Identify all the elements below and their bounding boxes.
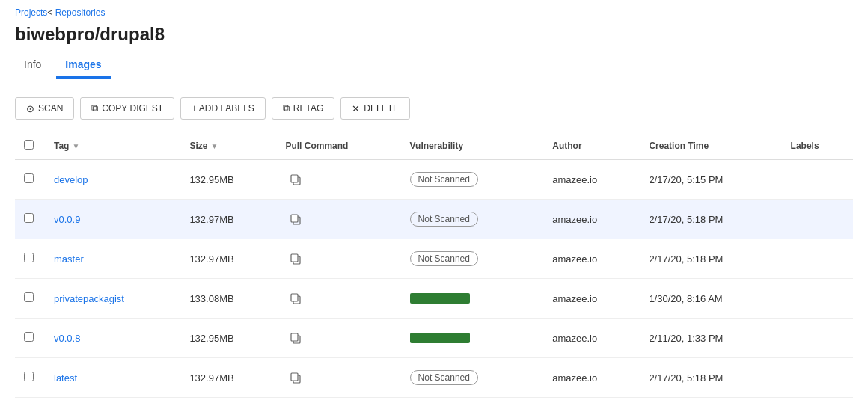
row-author: amazee.io (543, 239, 640, 279)
copy-pull-command-icon[interactable] (285, 288, 306, 309)
row-labels (782, 160, 853, 200)
row-author: amazee.io (543, 319, 640, 358)
vulnerability-bar-container (410, 293, 485, 304)
tag-link[interactable]: master (54, 253, 84, 265)
breadcrumb-repositories[interactable]: Repositories (55, 7, 106, 18)
tag-link[interactable]: v0.0.8 (54, 333, 80, 344)
row-tag: develop (45, 160, 180, 200)
vulnerability-bar (410, 293, 470, 304)
header-pull-command: Pull Command (276, 132, 400, 160)
row-checkbox-cell (15, 239, 45, 279)
table-row: v0.0.9132.97MB Not Scannedamazee.io2/17/… (15, 200, 853, 239)
svg-rect-5 (291, 254, 298, 262)
scan-icon: ⊙ (26, 103, 34, 114)
tag-link[interactable]: develop (54, 174, 88, 185)
header-creation-time: Creation Time (640, 132, 781, 160)
header-checkbox-col (15, 132, 45, 160)
tag-link[interactable]: privatepackagist (54, 293, 124, 304)
row-pull-command (276, 279, 400, 319)
breadcrumb-projects[interactable]: Projects (15, 7, 47, 18)
delete-icon: ✕ (352, 103, 360, 114)
row-creation-time: 2/17/20, 5:18 PM (640, 200, 781, 239)
header-author: Author (543, 132, 640, 160)
table-row: develop132.95MB Not Scannedamazee.io2/17… (15, 160, 853, 200)
not-scanned-badge: Not Scanned (410, 370, 478, 385)
tab-info[interactable]: Info (15, 52, 50, 79)
not-scanned-badge: Not Scanned (410, 251, 478, 266)
retag-button[interactable]: ⧉ RETAG (272, 97, 334, 120)
retag-icon: ⧉ (283, 102, 290, 114)
row-creation-time: 2/17/20, 5:18 PM (640, 239, 781, 279)
add-labels-button[interactable]: + ADD LABELS (180, 97, 266, 120)
images-table: Tag ▼ Size ▼ Pull Command Vulnerability (15, 132, 853, 398)
copy-pull-command-icon[interactable] (285, 248, 306, 269)
row-pull-command (276, 319, 400, 358)
row-size: 132.97MB (180, 200, 276, 239)
vulnerability-bar (410, 333, 470, 343)
row-vulnerability: Not Scanned (401, 160, 544, 200)
copy-pull-command-icon[interactable] (285, 209, 306, 230)
row-checkbox-5[interactable] (24, 372, 34, 381)
row-tag: v0.0.8 (45, 319, 180, 358)
tabs-container: Info Images (0, 52, 868, 79)
row-labels (782, 279, 853, 319)
row-checkbox-1[interactable] (24, 213, 34, 223)
row-size: 132.97MB (180, 239, 276, 279)
row-labels (782, 358, 853, 398)
row-checkbox-cell (15, 200, 45, 239)
row-checkbox-2[interactable] (24, 253, 34, 262)
header-labels: Labels (782, 132, 853, 160)
row-checkbox-cell (15, 358, 45, 398)
breadcrumb: Projects< Repositories (0, 0, 868, 21)
header-size[interactable]: Size ▼ (180, 132, 276, 160)
table-row: latest132.97MB Not Scannedamazee.io2/17/… (15, 358, 853, 398)
table-row: privatepackagist133.08MB amazee.io1/30/2… (15, 279, 853, 319)
row-size: 132.97MB (180, 358, 276, 398)
select-all-checkbox[interactable] (24, 140, 34, 150)
row-tag: v0.0.9 (45, 200, 180, 239)
row-checkbox-4[interactable] (24, 332, 34, 342)
row-author: amazee.io (543, 200, 640, 239)
row-checkbox-cell (15, 319, 45, 358)
row-labels (782, 200, 853, 239)
row-labels (782, 319, 853, 358)
row-creation-time: 1/30/20, 8:16 AM (640, 279, 781, 319)
scan-button[interactable]: ⊙ SCAN (15, 97, 74, 120)
tag-link[interactable]: latest (54, 372, 77, 384)
toolbar: ⊙ SCAN ⧉ COPY DIGEST + ADD LABELS ⧉ RETA… (0, 91, 868, 132)
tab-images[interactable]: Images (56, 52, 110, 79)
table-header-row: Tag ▼ Size ▼ Pull Command Vulnerability (15, 132, 853, 160)
row-author: amazee.io (543, 160, 640, 200)
row-checkbox-3[interactable] (24, 292, 34, 302)
copy-pull-command-icon[interactable] (285, 327, 306, 348)
not-scanned-badge: Not Scanned (410, 172, 478, 187)
row-checkbox-cell (15, 160, 45, 200)
header-vulnerability: Vulnerability (401, 132, 544, 160)
row-labels (782, 239, 853, 279)
row-creation-time: 2/11/20, 1:33 PM (640, 319, 781, 358)
row-author: amazee.io (543, 358, 640, 398)
row-tag: master (45, 239, 180, 279)
copy-pull-command-icon[interactable] (285, 169, 306, 190)
table-body: develop132.95MB Not Scannedamazee.io2/17… (15, 160, 853, 398)
row-vulnerability: Not Scanned (401, 200, 544, 239)
row-pull-command (276, 239, 400, 279)
row-checkbox-0[interactable] (24, 173, 34, 183)
copy-digest-button[interactable]: ⧉ COPY DIGEST (80, 97, 174, 120)
svg-rect-3 (291, 215, 298, 222)
row-pull-command (276, 358, 400, 398)
header-tag[interactable]: Tag ▼ (45, 132, 180, 160)
row-vulnerability: Not Scanned (401, 358, 544, 398)
svg-rect-9 (291, 333, 298, 341)
tag-link[interactable]: v0.0.9 (54, 214, 80, 225)
row-vulnerability: Not Scanned (401, 239, 544, 279)
row-tag: privatepackagist (45, 279, 180, 319)
delete-button[interactable]: ✕ DELETE (340, 97, 410, 120)
row-checkbox-cell (15, 279, 45, 319)
copy-pull-command-icon[interactable] (285, 367, 306, 388)
tag-sort-icon: ▼ (72, 142, 79, 150)
table-row: master132.97MB Not Scannedamazee.io2/17/… (15, 239, 853, 279)
images-table-container: Tag ▼ Size ▼ Pull Command Vulnerability (0, 132, 868, 398)
row-size: 132.95MB (180, 160, 276, 200)
table-row: v0.0.8132.95MB amazee.io2/11/20, 1:33 PM (15, 319, 853, 358)
